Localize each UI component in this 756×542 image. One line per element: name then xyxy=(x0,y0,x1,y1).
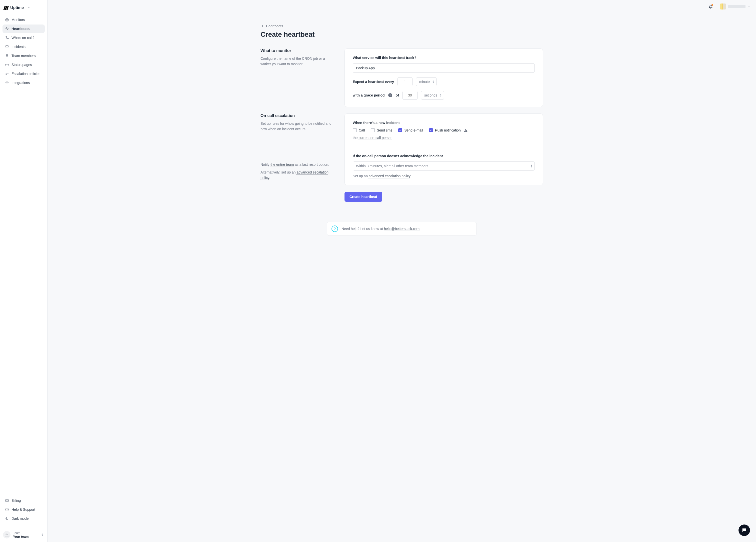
check-sms[interactable]: Send sms xyxy=(371,128,392,132)
sidebar-item-label: Incidents xyxy=(11,45,25,49)
checkbox-checked-icon xyxy=(429,128,433,132)
sidebar-item-label: Integrations xyxy=(11,81,30,85)
oncall-person-line: the current on-call person xyxy=(353,136,535,140)
sidebar-item-monitors[interactable]: Monitors xyxy=(3,15,45,24)
checkbox-checked-icon xyxy=(398,128,402,132)
list-icon xyxy=(5,72,9,76)
grace-prefix: with a grace period xyxy=(353,93,385,97)
checkbox-icon xyxy=(371,128,375,132)
brand-switcher[interactable]: Uptime xyxy=(3,3,45,15)
sidebar-item-billing[interactable]: Billing xyxy=(3,496,45,505)
setup-line: Set up an advanced escalation policy. xyxy=(353,174,535,178)
service-name-input[interactable] xyxy=(353,63,535,73)
grace-row: with a grace period i of seconds ▲▼ xyxy=(353,91,535,100)
user-menu[interactable] xyxy=(720,3,751,9)
shield-icon xyxy=(5,45,9,49)
team-switcher[interactable]: Team Your team ▲▼ xyxy=(3,529,45,539)
main: Heartbeats Create heartbeat What to moni… xyxy=(47,0,756,542)
sidebar-item-label: Status pages xyxy=(11,63,32,67)
sidebar-item-integrations[interactable]: Integrations xyxy=(3,79,45,87)
grace-value-input[interactable] xyxy=(403,91,417,100)
user-name-redacted xyxy=(728,5,745,8)
sidebar-item-oncall[interactable]: Who's on-call? xyxy=(3,33,45,42)
notify-paragraph: Notify the entire team as a last resort … xyxy=(261,162,335,167)
incident-segment: When there's a new incident Call Send sm… xyxy=(345,114,543,147)
info-icon[interactable]: i xyxy=(388,93,392,97)
sidebar-item-help[interactable]: Help & Support xyxy=(3,505,45,514)
sidebar-item-darkmode[interactable]: Dark mode xyxy=(3,514,45,523)
expect-unit-select[interactable]: minute ▲▼ xyxy=(416,77,437,86)
expect-value-input[interactable] xyxy=(397,77,413,86)
noack-label: If the on-call person doesn't acknowledg… xyxy=(353,154,535,158)
svg-point-16 xyxy=(7,510,7,511)
check-label: Send sms xyxy=(377,128,392,132)
svg-point-4 xyxy=(7,65,7,65)
checkbox-icon xyxy=(353,128,357,132)
sidebar-item-label: Billing xyxy=(11,499,21,503)
check-push[interactable]: Push notification xyxy=(429,128,468,132)
moon-icon xyxy=(5,517,9,521)
help-email-link[interactable]: hello@betterstack.com xyxy=(384,227,420,231)
check-email[interactable]: Send e-mail xyxy=(398,128,423,132)
sidebar-item-heartbeats[interactable]: Heartbeats xyxy=(3,25,45,33)
svg-point-18 xyxy=(7,534,8,535)
sidebar-item-incidents[interactable]: Incidents xyxy=(3,43,45,51)
divider xyxy=(717,4,717,9)
sidebar-item-label: Heartbeats xyxy=(11,27,29,31)
check-label: Send e-mail xyxy=(404,128,423,132)
heartbeat-icon xyxy=(5,27,9,31)
sidebar-item-label: Help & Support xyxy=(11,507,35,511)
content: Heartbeats Create heartbeat What to moni… xyxy=(253,13,551,266)
section-monitor-description: What to monitor Configure the name of th… xyxy=(261,49,335,67)
section-desc: Set up rules for who's going to be notif… xyxy=(261,121,335,132)
card-monitor: What service will this heartbeat track? … xyxy=(345,49,543,107)
intercom-chat-button[interactable] xyxy=(739,525,750,536)
phone-icon xyxy=(5,36,9,40)
notification-checks: Call Send sms Send e-mail Push noti xyxy=(353,128,535,132)
updown-icon: ▲▼ xyxy=(440,93,442,97)
grace-unit-select[interactable]: seconds ▲▼ xyxy=(421,91,444,100)
notifications-button[interactable] xyxy=(708,3,714,9)
create-heartbeat-button[interactable]: Create heartbeat xyxy=(345,192,382,202)
svg-point-17 xyxy=(5,533,7,535)
sidebar-nav: Monitors Heartbeats Who's on-call? Incid… xyxy=(3,15,45,87)
card-icon xyxy=(5,499,9,503)
check-call[interactable]: Call xyxy=(353,128,365,132)
grace-of: of xyxy=(396,93,399,97)
puzzle-icon xyxy=(5,81,9,85)
breadcrumb-back[interactable]: Heartbeats xyxy=(261,24,543,28)
sidebar-item-label: Dark mode xyxy=(11,517,29,521)
svg-point-9 xyxy=(5,83,6,83)
current-oncall-link[interactable]: current on-call person xyxy=(359,136,392,140)
sidebar-item-team[interactable]: Team members xyxy=(3,51,45,60)
svg-point-10 xyxy=(8,83,9,83)
sidebar-item-label: Monitors xyxy=(11,18,25,22)
svg-point-12 xyxy=(7,84,7,84)
team-name: Your team xyxy=(13,535,29,539)
check-label: Call xyxy=(359,128,365,132)
chevron-down-icon xyxy=(27,6,30,10)
svg-rect-13 xyxy=(5,499,9,501)
section-escalation-description: On-call escalation Set up rules for who'… xyxy=(261,113,335,181)
sidebar-item-status[interactable]: Status pages xyxy=(3,61,45,69)
sidebar-item-escalation[interactable]: Escalation policies xyxy=(3,69,45,78)
card-escalation: When there's a new incident Call Send sm… xyxy=(345,113,543,185)
updown-icon: ▲▼ xyxy=(41,533,43,537)
team-avatar-icon xyxy=(3,531,11,539)
entire-team-link[interactable]: the entire team xyxy=(271,163,294,167)
divider xyxy=(3,527,44,527)
noack-select[interactable]: Within 3 minutes, alert all other team m… xyxy=(353,161,535,171)
sidebar: Uptime Monitors Heartbeats Who's on-call… xyxy=(0,0,47,542)
sidebar-item-label: Who's on-call? xyxy=(11,36,34,40)
advanced-policy-link-2[interactable]: advanced escalation policy xyxy=(369,174,410,178)
section-submit: Create heartbeat xyxy=(261,192,543,202)
section-monitor: What to monitor Configure the name of th… xyxy=(261,49,543,107)
team-label: Team xyxy=(13,531,29,535)
grace-unit-value: seconds xyxy=(424,93,437,97)
expect-row: Expect a heartbeat every minute ▲▼ xyxy=(353,77,535,86)
sidebar-nav-bottom: Billing Help & Support Dark mode xyxy=(3,496,45,523)
expect-prefix: Expect a heartbeat every xyxy=(353,80,394,84)
notification-dot xyxy=(711,4,713,6)
service-label: What service will this heartbeat track? xyxy=(353,56,535,60)
help-icon xyxy=(5,507,9,511)
